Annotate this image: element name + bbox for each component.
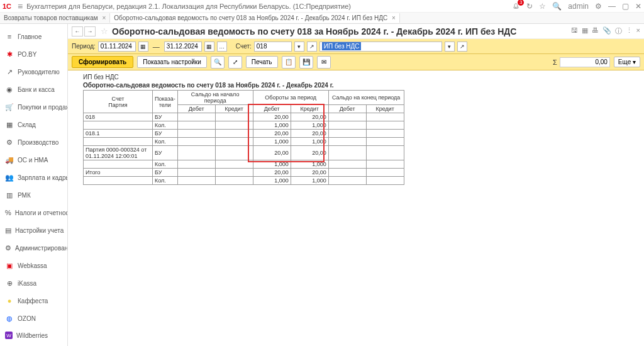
- account-dropdown-icon[interactable]: ▾: [294, 42, 304, 52]
- table-row[interactable]: Кол. 1,000 1,000: [84, 121, 404, 130]
- table-row[interactable]: Партия 0000-000324 от 01.11.2024 12:00:0…: [84, 146, 404, 160]
- cell-ed: [328, 146, 366, 160]
- cell-tc: 1,000: [291, 121, 328, 130]
- nav-back-button[interactable]: ←: [72, 26, 83, 36]
- period-to-input[interactable]: [164, 42, 202, 52]
- save-button[interactable]: 💾: [299, 56, 313, 69]
- zoom-in-button[interactable]: 🔍: [211, 56, 225, 69]
- sum-input[interactable]: [560, 57, 610, 67]
- star-icon[interactable]: ☆: [539, 2, 546, 11]
- sidebar-item-kaffesta[interactable]: ●Каффеста: [0, 292, 67, 310]
- cart-icon: 🛒: [5, 103, 14, 111]
- expand-button[interactable]: ⤢: [228, 56, 242, 69]
- sidebar-item-label: OZON: [18, 315, 36, 322]
- period-from-input[interactable]: [98, 42, 136, 52]
- sidebar-item-assets[interactable]: 🚚ОС и НМА: [0, 151, 67, 169]
- favorite-icon[interactable]: ☆: [101, 26, 108, 36]
- table-row[interactable]: 018 БУ 20,00 20,00: [84, 113, 404, 121]
- sidebar-item-bank[interactable]: ◉Банк и касса: [0, 81, 67, 98]
- sidebar-item-ozon[interactable]: ◍OZON: [0, 310, 67, 327]
- cell-bd: [177, 177, 215, 185]
- menu-icon[interactable]: ≡: [18, 1, 23, 11]
- sidebar-item-taxes[interactable]: %Налоги и отчетность: [0, 204, 67, 221]
- show-settings-button[interactable]: Показать настройки: [137, 56, 207, 68]
- email-button[interactable]: ✉: [317, 56, 331, 69]
- print-icon[interactable]: 🖶: [592, 26, 599, 36]
- print-button[interactable]: Печать: [246, 56, 278, 68]
- cell-ind: БУ: [153, 113, 178, 121]
- table-row[interactable]: Кол. 1,000 1,000: [84, 177, 404, 185]
- account-open-icon[interactable]: ↗: [307, 42, 317, 52]
- cell-tc: 1,000: [291, 160, 328, 169]
- period-select-button[interactable]: …: [217, 42, 227, 52]
- tab-close-icon[interactable]: ×: [102, 14, 106, 21]
- close-icon[interactable]: ✕: [635, 2, 641, 11]
- tab-returns[interactable]: Возвраты товаров поставщикам ×: [0, 13, 110, 23]
- org-dropdown-icon[interactable]: ▾: [445, 42, 455, 52]
- cell-account: Итого: [84, 169, 153, 177]
- org-value: ИП без НДС: [322, 42, 362, 50]
- sidebar-item-manager[interactable]: ↗Руководителю: [0, 63, 67, 81]
- save-icon[interactable]: 🖫: [571, 26, 578, 36]
- cell-ec: [366, 169, 404, 177]
- sidebar-item-rmk[interactable]: ▥РМК: [0, 186, 67, 204]
- table-row[interactable]: 018.1 БУ 20,00 20,00: [84, 130, 404, 138]
- ozon-icon: ◍: [5, 314, 14, 323]
- settings-icon[interactable]: ⚙: [595, 2, 602, 11]
- org-open-icon[interactable]: ↗: [457, 42, 467, 52]
- generate-button[interactable]: Сформировать: [72, 56, 133, 68]
- more-icon[interactable]: ⋮: [626, 26, 633, 36]
- minimize-icon[interactable]: —: [608, 2, 616, 11]
- cell-ind: Кол.: [153, 121, 178, 130]
- sidebar-item-main[interactable]: ≡Главное: [0, 28, 67, 45]
- tab-report[interactable]: Оборотно-сальдовая ведомость по счету 01…: [110, 13, 400, 23]
- user-label[interactable]: admin: [568, 2, 589, 11]
- sidebar-item-sales[interactable]: 🛒Покупки и продажи: [0, 98, 67, 116]
- sidebar-item-label: Wildberries: [16, 332, 48, 339]
- copy-button[interactable]: 📋: [282, 56, 296, 69]
- content: ← → ☆ Оборотно-сальдовая ведомость по сч…: [68, 24, 644, 346]
- sidebar-item-production[interactable]: ⚙Производство: [0, 133, 67, 151]
- sidebar-item-label: ОС и НМА: [18, 157, 48, 164]
- more-button[interactable]: Еще ▾: [614, 57, 640, 67]
- cell-ec: [366, 130, 404, 138]
- cell-bc: [215, 169, 253, 177]
- calendar-from-icon[interactable]: ▦: [138, 42, 148, 52]
- help-icon[interactable]: ⓘ: [615, 26, 622, 36]
- panel-close-icon[interactable]: ×: [636, 26, 640, 36]
- attach-icon[interactable]: 📎: [602, 26, 611, 36]
- report-area: ИП без НДС Оборотно-сальдовая ведомость …: [68, 70, 644, 346]
- tabs-bar: Возвраты товаров поставщикам × Оборотно-…: [0, 13, 644, 24]
- cell-account: [84, 138, 153, 146]
- table-row[interactable]: Кол. 1,000 1,000: [84, 138, 404, 146]
- calendar-to-icon[interactable]: ▦: [204, 42, 214, 52]
- account-input[interactable]: [254, 42, 292, 52]
- table-row[interactable]: Итого БУ 20,00 20,00: [84, 169, 404, 177]
- sidebar-item-wildberries[interactable]: WWildberries: [0, 327, 67, 343]
- cell-td: 1,000: [253, 138, 291, 146]
- search-icon[interactable]: 🔍: [552, 2, 562, 11]
- sidebar-item-webkassa[interactable]: ▣Webkassa: [0, 257, 67, 274]
- maximize-icon[interactable]: ▢: [622, 2, 629, 11]
- th-account: СчетПартия: [84, 91, 153, 113]
- cell-bd: [177, 146, 215, 160]
- notification-icon[interactable]: 🕭: [513, 2, 520, 11]
- cell-td: 1,000: [253, 177, 291, 185]
- sidebar-item-warehouse[interactable]: ▦Склад: [0, 116, 67, 133]
- table-row[interactable]: Кол. 1,000 1,000: [84, 160, 404, 169]
- sidebar-item-settings[interactable]: ▤Настройки учета: [0, 221, 67, 239]
- sidebar-item-salary[interactable]: 👥Зарплата и кадры: [0, 169, 67, 186]
- cell-ind: БУ: [153, 146, 178, 160]
- stats-icon[interactable]: ▦: [582, 26, 588, 36]
- cell-tc: 20,00: [291, 113, 328, 121]
- cell-ind: БУ: [153, 169, 178, 177]
- org-input[interactable]: ИП без НДС: [319, 42, 442, 52]
- history-icon[interactable]: ↻: [526, 2, 533, 11]
- nav-forward-button[interactable]: →: [84, 26, 96, 36]
- sidebar-item-admin[interactable]: ⚙Администрирование: [0, 239, 67, 257]
- sidebar-item-roby[interactable]: ✱РО.BY: [0, 45, 67, 63]
- cell-ed: [328, 169, 366, 177]
- tab-close-icon[interactable]: ×: [392, 14, 396, 21]
- sidebar-item-ikassa[interactable]: ⊕iKassa: [0, 274, 67, 292]
- th-turn-debit: Дебет: [253, 105, 291, 113]
